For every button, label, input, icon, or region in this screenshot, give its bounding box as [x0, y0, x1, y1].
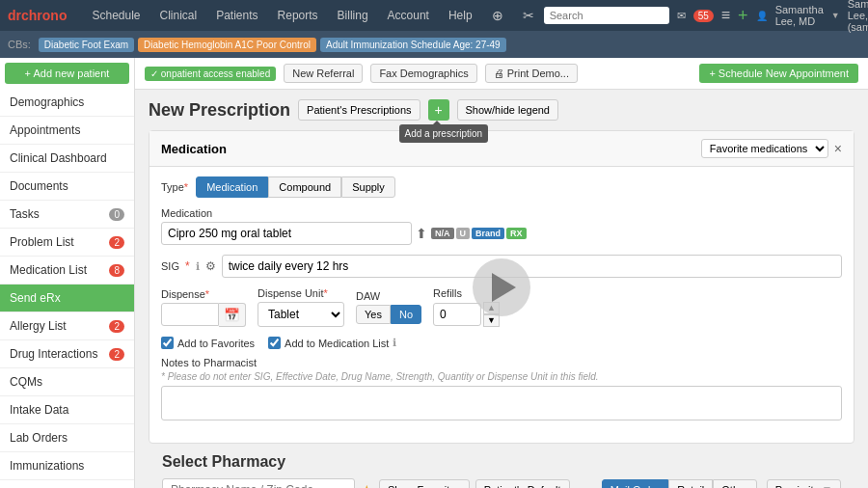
add-med-list-checkbox[interactable] — [268, 337, 281, 349]
add-favorites-checkbox-wrap[interactable]: Add to Favorites — [161, 337, 255, 349]
sidebar-item-intake-data[interactable]: Intake Data — [0, 396, 134, 424]
close-medication-button[interactable]: × — [834, 141, 842, 156]
sidebar-item-lab-orders[interactable]: Lab Orders — [0, 424, 134, 452]
favorite-medications-select[interactable]: Favorite medications — [701, 139, 828, 158]
type-row: Type* Medication Compound Supply — [161, 176, 842, 198]
add-med-list-checkbox-wrap[interactable]: Add to Medication List ℹ — [268, 337, 396, 349]
other-button[interactable]: Other — [713, 479, 757, 488]
nav-extra[interactable]: ⊕ — [482, 0, 513, 31]
nav-schedule[interactable]: Schedule — [82, 0, 149, 31]
dispense-row: Dispense* 📅 Dispense Unit* — [161, 287, 842, 327]
nav-help[interactable]: Help — [439, 0, 482, 31]
notes-textarea[interactable] — [161, 386, 842, 420]
pharmacy-search-input[interactable] — [162, 478, 355, 488]
sidebar-item-appointments[interactable]: Appointments — [0, 117, 134, 145]
sidebar-item-demographics[interactable]: Demographics — [0, 89, 134, 117]
notes-field-row: Notes to Pharmacist * Please do not ente… — [161, 357, 842, 423]
add-icon[interactable]: + — [738, 6, 748, 26]
show-legend-button[interactable]: Show/hide legend — [457, 99, 558, 121]
show-favorites-button[interactable]: Show Favorites — [379, 479, 470, 488]
sidebar-item-problem-list[interactable]: Problem List 2 — [0, 229, 134, 257]
notification-badge[interactable]: 55 — [693, 10, 714, 22]
search-input[interactable] — [544, 7, 669, 24]
cbs-tag-2[interactable]: Adult Immunization Schedule Age: 27-49 — [320, 38, 506, 52]
nav-patients[interactable]: Patients — [206, 0, 267, 31]
sig-row: SIG * ℹ ⚙ — [161, 255, 842, 278]
sig-info-icon[interactable]: ℹ — [196, 260, 200, 273]
nav-account[interactable]: Account — [378, 0, 439, 31]
dispense-input[interactable] — [161, 303, 219, 326]
user-dropdown-icon[interactable]: ▼ — [831, 11, 840, 20]
tag-na: N/A — [431, 228, 454, 239]
prescription-area: New Prescription Patient's Prescriptions… — [135, 90, 868, 488]
type-supply-button[interactable]: Supply — [341, 176, 395, 198]
refills-down-button[interactable]: ▼ — [483, 314, 500, 327]
refills-up-button[interactable]: ▲ — [483, 302, 500, 314]
logo-dr: dr — [8, 8, 21, 23]
nav-scissors[interactable]: ✂ — [513, 0, 544, 31]
proximity-button[interactable]: Proximity ▼ — [767, 479, 841, 488]
sidebar-item-immunizations[interactable]: Immunizations — [0, 452, 134, 480]
sidebar-item-medication-list[interactable]: Medication List 8 — [0, 257, 134, 285]
medication-tags: N/A U Brand RX — [431, 228, 527, 239]
sidebar-item-tasks[interactable]: Tasks 0 — [0, 201, 134, 229]
top-navigation: drchrono Schedule Clinical Patients Repo… — [0, 0, 868, 31]
med-list-info-icon[interactable]: ℹ — [393, 337, 396, 349]
expand-medication-button[interactable]: ⬆ — [416, 226, 427, 241]
pharmacy-star-icon: ★ — [361, 482, 373, 488]
cbs-bar: CBs: Diabetic Foot Exam Diabetic Hemoglo… — [0, 31, 868, 58]
sidebar-item-clinical-dashboard[interactable]: Clinical Dashboard — [0, 145, 134, 173]
nav-billing[interactable]: Billing — [328, 0, 378, 31]
dispense-unit-group: Dispense Unit* Tablet — [258, 287, 344, 327]
sig-required-mark: * — [185, 259, 190, 273]
type-compound-button[interactable]: Compound — [268, 176, 341, 198]
add-new-patient-button[interactable]: + Add new patient — [5, 63, 129, 84]
daw-yes-button[interactable]: Yes — [356, 305, 391, 324]
onpatient-label: onpatient access enabled — [161, 68, 270, 79]
patients-prescriptions-button[interactable]: Patient's Prescriptions — [298, 99, 420, 121]
schedule-appointment-button[interactable]: + Schedule New Appointment — [699, 64, 858, 83]
medication-card-title: Medication — [161, 142, 227, 156]
sidebar-item-growth-charts[interactable]: Growth Charts — [0, 480, 134, 488]
fax-demographics-button[interactable]: Fax Demographics — [370, 64, 476, 83]
sig-input[interactable] — [222, 255, 842, 278]
nav-reports[interactable]: Reports — [268, 0, 328, 31]
daw-no-button[interactable]: No — [391, 305, 421, 324]
add-favorites-checkbox[interactable] — [161, 337, 174, 349]
patient-default-button[interactable]: Patient's Default — [475, 479, 570, 488]
sidebar-item-documents[interactable]: Documents — [0, 173, 134, 201]
menu-icon[interactable]: ≡ — [721, 7, 730, 24]
daw-yes-no: Yes No — [356, 305, 421, 324]
sidebar-drug-label: Drug Interactions — [10, 347, 97, 361]
dispense-unit-select[interactable]: Tablet — [258, 302, 344, 327]
header-right: Favorite medications × — [701, 139, 842, 158]
tasks-badge: 0 — [109, 208, 124, 221]
retail-button[interactable]: Retail — [668, 479, 713, 488]
new-referral-button[interactable]: New Referral — [284, 64, 363, 83]
sidebar-item-allergy-list[interactable]: Allergy List 2 — [0, 312, 134, 340]
mail-order-button[interactable]: Mail Order — [602, 479, 668, 488]
add-prescription-button[interactable]: + — [428, 99, 449, 121]
cbs-tag-1[interactable]: Diabetic Hemoglobin A1C Poor Control — [138, 38, 316, 52]
type-medication-button[interactable]: Medication — [196, 176, 268, 198]
sig-gear-icon[interactable]: ⚙ — [205, 259, 216, 273]
sidebar-item-cqms[interactable]: CQMs — [0, 368, 134, 396]
refills-input[interactable] — [433, 303, 481, 326]
daw-label: DAW — [356, 290, 421, 302]
print-demographics-button[interactable]: 🖨 Print Demo... — [485, 64, 578, 83]
sidebar-item-drug-interactions[interactable]: Drug Interactions 2 — [0, 340, 134, 368]
sidebar-problem-label: Problem List — [10, 235, 74, 249]
sidebar-item-send-erx[interactable]: Send eRx — [0, 285, 134, 312]
medication-input-wrap: ⬆ N/A U Brand RX — [161, 222, 842, 245]
main-content: ✓ onpatient access enabled New Referral … — [135, 58, 868, 488]
notes-hint: * Please do not enter SIG, Effective Dat… — [161, 371, 842, 382]
nav-clinical[interactable]: Clinical — [150, 0, 207, 31]
sig-label: SIG — [161, 260, 179, 272]
dispense-calendar-button[interactable]: 📅 — [219, 303, 246, 327]
sidebar-medlist-label: Medication List — [10, 263, 87, 277]
refills-spinner: ▲ ▼ — [483, 302, 500, 327]
cbs-tag-0[interactable]: Diabetic Foot Exam — [39, 38, 134, 52]
medication-input[interactable] — [161, 222, 412, 245]
medication-field-row: Medication ⬆ N/A U Brand RX — [161, 207, 842, 245]
medlist-badge: 8 — [109, 264, 124, 277]
